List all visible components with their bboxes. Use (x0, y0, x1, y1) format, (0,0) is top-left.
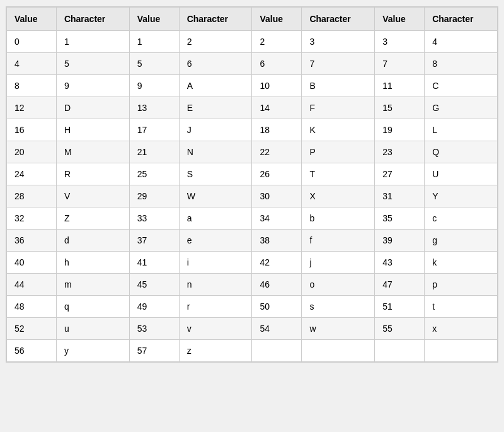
character-cell: H (56, 119, 129, 141)
value-cell: 9 (129, 75, 179, 97)
value-cell: 23 (375, 141, 425, 163)
value-cell: 50 (252, 296, 302, 318)
character-cell: A (179, 75, 252, 97)
value-cell: 39 (375, 230, 425, 252)
value-cell: 3 (375, 31, 425, 53)
character-cell: X (302, 185, 375, 207)
value-cell: 57 (129, 340, 179, 362)
value-cell: 10 (252, 75, 302, 97)
table-row: 12D13E14F15G (7, 97, 498, 119)
character-cell: s (302, 296, 375, 318)
character-cell: f (302, 230, 375, 252)
value-cell: 51 (375, 296, 425, 318)
character-cell: 5 (56, 53, 129, 75)
value-cell: 48 (7, 296, 57, 318)
value-cell: 25 (129, 163, 179, 185)
table-row: 40h41i42j43k (7, 252, 498, 274)
character-cell: y (56, 340, 129, 362)
value-cell: 2 (252, 31, 302, 53)
value-cell: 30 (252, 185, 302, 207)
value-cell: 32 (7, 207, 57, 230)
column-header: Value (252, 8, 302, 31)
value-cell: 27 (375, 163, 425, 185)
character-cell: L (425, 119, 498, 141)
character-cell: r (179, 296, 252, 318)
character-cell: 4 (425, 31, 498, 53)
character-cell: D (56, 97, 129, 119)
character-cell: b (302, 207, 375, 230)
value-cell: 43 (375, 252, 425, 274)
character-cell: j (302, 252, 375, 274)
column-header: Character (56, 8, 129, 31)
character-cell: i (179, 252, 252, 274)
value-cell: 34 (252, 207, 302, 230)
value-cell: 35 (375, 207, 425, 230)
value-cell: 55 (375, 318, 425, 340)
character-cell: o (302, 274, 375, 296)
table-row: 16H17J18K19L (7, 119, 498, 141)
value-cell (375, 340, 425, 362)
character-cell: v (179, 318, 252, 340)
value-cell: 1 (129, 31, 179, 53)
character-cell: t (425, 296, 498, 318)
character-cell: p (425, 274, 498, 296)
character-cell: 8 (425, 53, 498, 75)
value-cell: 52 (7, 318, 57, 340)
value-cell: 45 (129, 274, 179, 296)
character-cell: T (302, 163, 375, 185)
character-cell: g (425, 230, 498, 252)
value-cell: 24 (7, 163, 57, 185)
character-cell: S (179, 163, 252, 185)
table-row: 24R25S26T27U (7, 163, 498, 185)
value-cell: 54 (252, 318, 302, 340)
value-cell: 5 (129, 53, 179, 75)
table-row: 01122334 (7, 31, 498, 53)
character-cell: a (179, 207, 252, 230)
value-cell: 44 (7, 274, 57, 296)
value-cell: 6 (252, 53, 302, 75)
value-cell: 31 (375, 185, 425, 207)
table-row: 44m45n46o47p (7, 274, 498, 296)
column-header: Character (425, 8, 498, 31)
value-cell: 0 (7, 31, 57, 53)
value-cell: 17 (129, 119, 179, 141)
table-row: 36d37e38f39g (7, 230, 498, 252)
character-cell: B (302, 75, 375, 97)
table-container: ValueCharacterValueCharacterValueCharact… (6, 6, 498, 363)
value-cell: 19 (375, 119, 425, 141)
value-cell: 7 (375, 53, 425, 75)
character-cell: c (425, 207, 498, 230)
column-header: Value (375, 8, 425, 31)
header-row: ValueCharacterValueCharacterValueCharact… (7, 8, 498, 31)
value-cell: 42 (252, 252, 302, 274)
value-cell: 28 (7, 185, 57, 207)
column-header: Value (7, 8, 57, 31)
value-cell: 36 (7, 230, 57, 252)
character-cell: x (425, 318, 498, 340)
table-row: 32Z33a34b35c (7, 207, 498, 230)
character-cell: 1 (56, 31, 129, 53)
table-row: 899A10B11C (7, 75, 498, 97)
character-cell: d (56, 230, 129, 252)
value-cell (252, 340, 302, 362)
character-cell: V (56, 185, 129, 207)
character-cell: C (425, 75, 498, 97)
value-cell: 56 (7, 340, 57, 362)
value-cell: 14 (252, 97, 302, 119)
value-cell: 29 (129, 185, 179, 207)
column-header: Character (302, 8, 375, 31)
character-cell: Q (425, 141, 498, 163)
value-cell: 46 (252, 274, 302, 296)
value-cell: 21 (129, 141, 179, 163)
value-cell: 47 (375, 274, 425, 296)
character-cell: e (179, 230, 252, 252)
character-cell: J (179, 119, 252, 141)
value-cell: 18 (252, 119, 302, 141)
character-cell: R (56, 163, 129, 185)
table-row: 56y57z (7, 340, 498, 362)
character-cell: h (56, 252, 129, 274)
character-cell: 3 (302, 31, 375, 53)
column-header: Character (179, 8, 252, 31)
value-cell: 40 (7, 252, 57, 274)
character-cell: 6 (179, 53, 252, 75)
